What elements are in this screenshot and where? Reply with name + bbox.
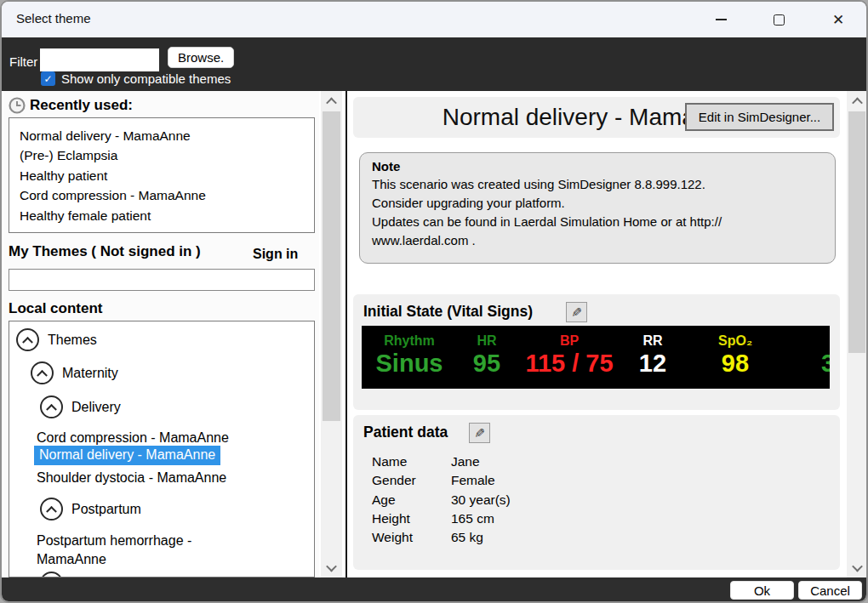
chevron-down-icon [326, 560, 337, 572]
compatible-themes-label: Show only compatible themes [61, 71, 231, 86]
list-item[interactable]: Healthy patient [20, 166, 314, 185]
vital-partial: 3 [777, 326, 830, 378]
theme-browser-panel: Recently used: Normal delivery - MamaAnn… [3, 91, 319, 577]
scrollbar-thumb[interactable] [848, 111, 865, 353]
sign-in-link[interactable]: Sign in [253, 247, 298, 262]
theme-detail-panel: Normal delivery - MamaAnne Edit in SimDe… [347, 91, 847, 577]
vital-value: 3 [777, 350, 830, 378]
tree-node-postpartum[interactable]: Postpartum [71, 502, 141, 517]
minimize-button[interactable] [705, 7, 737, 32]
window-title: Select theme [16, 11, 91, 26]
patient-data-heading: Patient data [363, 424, 448, 441]
edit-vitals-button[interactable]: ✎ [566, 302, 587, 322]
patient-row: Weight 65 kg [372, 528, 511, 547]
collapse-delivery-button[interactable] [40, 395, 63, 418]
patient-data-section: Patient data ✎ Name Jane Gender Female A… [353, 415, 840, 570]
patient-field-label: Gender [372, 471, 451, 490]
patient-field-value: Female [451, 471, 495, 490]
list-item[interactable]: Normal delivery - MamaAnne [20, 126, 314, 145]
patient-field-label: Weight [372, 528, 451, 547]
scroll-down-button[interactable] [847, 559, 867, 576]
vital-label [777, 333, 830, 350]
tree-node-themes[interactable]: Themes [48, 333, 97, 348]
my-themes-heading: My Themes ( Not signed in ) [9, 243, 201, 260]
patient-field-value: 65 kg [451, 528, 483, 547]
patient-field-value: Jane [451, 452, 480, 471]
patient-rows: Name Jane Gender Female Age 30 year(s) H… [372, 452, 511, 547]
maximize-icon [774, 14, 785, 26]
pencil-icon: ✎ [471, 428, 487, 439]
patient-field-label: Name [372, 452, 451, 471]
chevron-down-icon [852, 560, 863, 572]
collapse-maternity-button[interactable] [31, 361, 54, 384]
right-scrollbar[interactable] [847, 91, 867, 577]
initial-state-heading: Initial State (Vital Signs) [363, 303, 533, 321]
edit-in-simdesigner-button[interactable]: Edit in SimDesigner... [685, 103, 834, 131]
tree-item-normal-delivery-selected[interactable]: Normal delivery - MamaAnne [34, 446, 220, 465]
local-content-heading: Local content [9, 300, 103, 317]
chevron-up-icon [46, 506, 57, 517]
vital-label: SpO₂ [684, 333, 786, 350]
note-line: Consider upgrading your platform. [372, 194, 823, 213]
edit-patient-button[interactable]: ✎ [469, 423, 490, 443]
maximize-button[interactable] [762, 7, 795, 32]
scroll-up-button[interactable] [321, 93, 342, 110]
title-bar: Select theme ✕ [2, 2, 866, 37]
note-line: Updates can be found in Laerdal Simulati… [372, 213, 823, 231]
tree-node-maternity[interactable]: Maternity [62, 366, 118, 381]
cancel-button[interactable]: Cancel [798, 581, 862, 600]
chevron-up-icon [852, 97, 863, 108]
pencil-icon: ✎ [568, 307, 584, 318]
note-line: www.laerdal.com . [372, 231, 823, 250]
tree-node-delivery[interactable]: Delivery [71, 400, 121, 415]
left-scrollbar[interactable] [321, 91, 342, 577]
patient-field-value: 30 year(s) [451, 491, 511, 509]
patient-row: Name Jane [372, 452, 511, 471]
vital-spo2: SpO₂ 98 [684, 326, 786, 378]
scroll-down-button[interactable] [321, 559, 342, 576]
tree-item-postpartum-hemorrhage[interactable]: Postpartum hemorrhage - MamaAnne [37, 532, 232, 569]
recently-used-list: Normal delivery - MamaAnne (Pre-) Eclamp… [9, 117, 315, 233]
recently-used-heading: Recently used: [30, 97, 133, 114]
chevron-up-icon [326, 97, 337, 108]
tree-item-shoulder-dystocia[interactable]: Shoulder dystocia - MamaAnne [37, 470, 226, 486]
scroll-up-button[interactable] [847, 93, 867, 110]
checkmark-icon: ✓ [43, 74, 52, 84]
patient-row: Age 30 year(s) [372, 491, 511, 509]
note-box: Note This scenario was created using Sim… [359, 152, 836, 264]
browse-button[interactable]: Browse. [168, 47, 234, 68]
my-themes-input[interactable] [9, 269, 315, 291]
patient-field-label: Height [372, 509, 451, 528]
patient-row: Height 165 cm [372, 509, 511, 528]
close-icon: ✕ [832, 13, 844, 27]
tree-item-cord-compression[interactable]: Cord compression - MamaAnne [37, 430, 229, 446]
note-line: This scenario was created using SimDesig… [372, 175, 823, 194]
filter-label: Filter [9, 54, 37, 69]
note-heading: Note [372, 159, 823, 174]
patient-field-value: 165 cm [451, 509, 494, 528]
patient-field-label: Age [372, 491, 451, 509]
initial-state-section: Initial State (Vital Signs) ✎ Rhythm Sin… [353, 294, 840, 410]
list-item[interactable]: (Pre-) Eclampsia [20, 145, 314, 165]
minimize-icon [716, 19, 727, 20]
collapse-themes-button[interactable] [16, 328, 39, 351]
chevron-up-icon [46, 404, 57, 415]
vital-value: 98 [684, 350, 786, 378]
filter-input[interactable] [40, 48, 159, 71]
ok-button[interactable]: Ok [730, 581, 794, 600]
list-item[interactable]: Cord compression - MamaAnne [20, 185, 314, 205]
close-button[interactable]: ✕ [822, 7, 854, 32]
dialog-footer: Ok Cancel [2, 577, 866, 603]
compatible-themes-checkbox[interactable]: ✓ [41, 71, 55, 86]
clock-icon [8, 96, 26, 118]
select-theme-dialog: Select theme ✕ Filter Browse. ✓ Show onl… [0, 0, 868, 603]
list-item[interactable]: Healthy female patient [20, 206, 314, 225]
collapse-partial-button[interactable] [40, 572, 63, 577]
filter-toolbar: Filter Browse. ✓ Show only compatible th… [2, 37, 866, 91]
chevron-up-icon [37, 370, 48, 381]
chevron-up-icon [22, 337, 33, 348]
scrollbar-thumb[interactable] [323, 111, 340, 421]
collapse-postpartum-button[interactable] [40, 498, 63, 521]
patient-row: Gender Female [372, 471, 511, 490]
vitals-monitor: Rhythm Sinus HR 95 BP 115 / 75 RR 12 SpO… [362, 326, 830, 389]
